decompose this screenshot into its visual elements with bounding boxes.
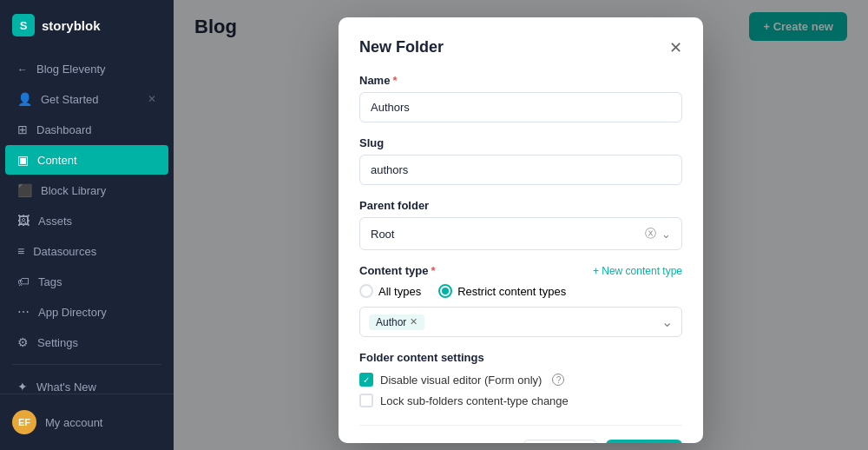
sidebar-item-label: Content [37,154,77,167]
sidebar-item-block-library[interactable]: ⬛ Block Library [5,175,168,205]
create-button[interactable]: Create [606,440,682,443]
sidebar-item-settings[interactable]: ⚙ Settings [5,328,168,357]
sidebar-bottom: EF My account [0,394,174,450]
modal-close-button[interactable]: ✕ [669,40,682,56]
sidebar-item-get-started[interactable]: 👤 Get Started ✕ [5,84,168,114]
checkbox-disable-visual-label: Disable visual editor (Form only) [380,374,542,387]
star-icon: ✦ [17,380,28,394]
checkbox-disable-visual-box: ✓ [359,373,373,387]
folder-settings-group: Folder content settings ✓ Disable visual… [359,351,682,407]
tag-remove-icon[interactable]: ✕ [410,316,418,328]
radio-all-types[interactable]: All types [359,284,421,298]
slug-form-group: Slug [359,136,682,185]
name-label: Name* [359,74,682,87]
content-type-label: Content type* [359,264,436,277]
sidebar-item-app-directory[interactable]: ⋯ App Directory [5,297,168,327]
radio-restrict[interactable]: Restrict content types [438,284,566,298]
content-type-tag-input[interactable]: Author ✕ ⌄ [359,307,682,337]
sidebar-item-back[interactable]: ← Blog Eleventy [5,55,168,83]
account-label: My account [45,416,102,429]
assets-icon: 🖼 [17,214,30,228]
dashboard-icon: ⊞ [17,122,28,136]
radio-circle-all [359,284,373,298]
content-type-header: Content type* + New content type [359,264,682,277]
parent-folder-label: Parent folder [359,199,682,212]
new-folder-modal: New Folder ✕ Name* Slug Parent folder Ro… [339,17,703,443]
sidebar-item-back-label: Blog Eleventy [36,63,106,76]
sidebar: S storyblok ← Blog Eleventy 👤 Get Starte… [0,0,174,450]
checkbox-group: ✓ Disable visual editor (Form only) ? Lo… [359,373,682,407]
sidebar-item-whats-new[interactable]: ✦ What's New [5,372,168,394]
avatar: EF [12,410,36,434]
radio-circle-restrict [438,284,452,298]
parent-folder-actions: ⓧ ⌄ [645,226,671,242]
app-logo[interactable]: S storyblok [0,0,174,50]
radio-restrict-label: Restrict content types [457,285,566,298]
sidebar-nav: ← Blog Eleventy 👤 Get Started ✕ ⊞ Dashbo… [0,50,174,394]
slug-input[interactable] [359,155,682,185]
parent-folder-select[interactable]: Root ⓧ ⌄ [359,217,682,250]
sidebar-item-datasources[interactable]: ≡ Datasources [5,236,168,266]
radio-all-label: All types [378,285,421,298]
sidebar-item-label: Settings [37,336,78,349]
slug-label: Slug [359,136,682,149]
sidebar-item-assets[interactable]: 🖼 Assets [5,206,168,235]
content-type-radio-group: All types Restrict content types [359,284,682,298]
logo-icon: S [12,14,35,36]
sidebar-item-label: App Directory [38,306,107,319]
content-icon: ▣ [17,153,29,167]
help-circle-icon[interactable]: ? [552,374,564,386]
sidebar-item-label: Assets [38,215,72,228]
sidebar-item-label: Get Started [41,93,98,106]
sidebar-item-label: What's New [36,381,96,394]
author-tag: Author ✕ [369,314,424,330]
apps-icon: ⋯ [17,305,30,319]
clear-icon[interactable]: ⓧ [645,226,656,242]
gear-icon: ⚙ [17,335,29,349]
name-form-group: Name* [359,74,682,122]
cancel-button[interactable]: Cancel [523,440,597,443]
checkbox-lock-sub-box [359,394,373,407]
main-content: Blog + Create new New Folder ✕ Name* Slu… [174,0,868,450]
sidebar-item-label: Datasources [33,245,96,258]
checkbox-disable-visual[interactable]: ✓ Disable visual editor (Form only) ? [359,373,682,387]
sidebar-item-label: Dashboard [36,123,92,136]
tag-dropdown-icon[interactable]: ⌄ [661,314,673,330]
back-icon: ← [17,63,28,76]
parent-folder-form-group: Parent folder Root ⓧ ⌄ [359,199,682,250]
close-icon[interactable]: ✕ [148,93,156,105]
tags-icon: 🏷 [17,275,30,288]
name-input[interactable] [359,92,682,122]
checkbox-lock-sub-label: Lock sub-folders content-type change [380,394,569,407]
datasources-icon: ≡ [17,244,24,258]
account-item[interactable]: EF My account [0,401,174,443]
modal-footer: Cancel Create [359,425,682,443]
sidebar-item-label: Tags [38,275,62,288]
sidebar-item-tags[interactable]: 🏷 Tags [5,267,168,296]
modal-title: New Folder [359,38,444,56]
folder-settings-title: Folder content settings [359,351,682,364]
modal-header: New Folder ✕ [359,38,682,56]
chevron-down-icon[interactable]: ⌄ [661,228,671,241]
content-type-form-group: Content type* + New content type All typ… [359,264,682,337]
parent-folder-value: Root [371,228,645,241]
required-star: * [392,74,397,87]
sidebar-item-dashboard[interactable]: ⊞ Dashboard [5,115,168,144]
new-content-type-link[interactable]: + New content type [593,265,682,277]
modal-overlay: New Folder ✕ Name* Slug Parent folder Ro… [174,0,868,450]
tag-label: Author [376,316,406,328]
checkbox-lock-sub[interactable]: Lock sub-folders content-type change [359,394,682,407]
sidebar-item-label: Block Library [41,184,106,197]
blocks-icon: ⬛ [17,183,32,197]
user-icon: 👤 [17,92,32,106]
sidebar-item-content[interactable]: ▣ Content [5,145,168,175]
app-name: storyblok [42,18,101,33]
